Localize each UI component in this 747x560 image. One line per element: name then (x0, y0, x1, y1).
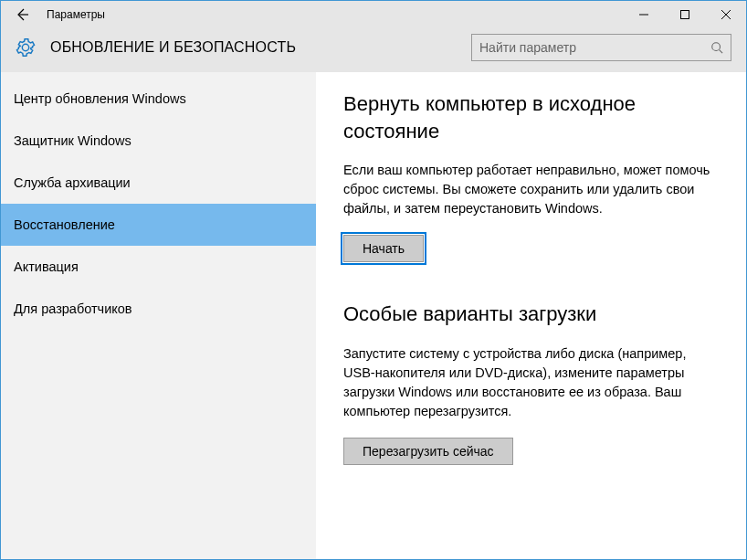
section-heading: Особые варианты загрузки (343, 301, 719, 328)
sidebar-item-backup[interactable]: Служба архивации (1, 162, 316, 204)
sidebar-item-recovery[interactable]: Восстановление (1, 204, 316, 246)
window-controls (623, 1, 746, 28)
section-reset: Вернуть компьютер в исходное состояние Е… (343, 90, 719, 262)
svg-line-5 (720, 50, 723, 54)
sidebar-item-windows-update[interactable]: Центр обновления Windows (1, 78, 316, 120)
sidebar-item-label: Восстановление (14, 217, 115, 232)
settings-window: Параметры ОБНОВЛЕНИЕ И БЕЗОПАСНОСТЬ (0, 0, 747, 560)
search-input[interactable] (479, 40, 710, 55)
sidebar-item-developers[interactable]: Для разработчиков (1, 288, 316, 330)
search-box[interactable] (471, 34, 731, 61)
sidebar-item-label: Центр обновления Windows (14, 91, 186, 106)
section-heading: Вернуть компьютер в исходное состояние (343, 90, 719, 144)
svg-rect-1 (680, 11, 689, 19)
sidebar-item-label: Для разработчиков (14, 301, 132, 316)
content: Вернуть компьютер в исходное состояние Е… (316, 72, 746, 559)
section-text: Запустите систему с устройства либо диск… (343, 344, 719, 421)
gear-icon (16, 37, 36, 58)
maximize-icon (680, 10, 689, 19)
restart-now-button[interactable]: Перезагрузить сейчас (343, 438, 513, 465)
window-title: Параметры (47, 8, 105, 21)
titlebar: Параметры (1, 1, 746, 28)
sidebar-item-activation[interactable]: Активация (1, 246, 316, 288)
header: ОБНОВЛЕНИЕ И БЕЗОПАСНОСТЬ (1, 28, 746, 72)
minimize-icon (639, 10, 648, 19)
arrow-left-icon (15, 7, 29, 22)
header-title: ОБНОВЛЕНИЕ И БЕЗОПАСНОСТЬ (50, 39, 296, 56)
search-icon (710, 41, 723, 54)
sidebar: Центр обновления Windows Защитник Window… (1, 72, 316, 559)
start-button[interactable]: Начать (343, 235, 424, 262)
svg-point-4 (712, 43, 721, 51)
minimize-button[interactable] (623, 1, 664, 28)
sidebar-item-label: Защитник Windows (14, 133, 132, 148)
close-icon (721, 10, 731, 19)
back-button[interactable] (8, 1, 36, 28)
section-text: Если ваш компьютер работает неправильно,… (343, 161, 719, 218)
section-advanced-startup: Особые варианты загрузки Запустите систе… (343, 301, 719, 465)
body: Центр обновления Windows Защитник Window… (1, 72, 746, 559)
close-button[interactable] (705, 1, 746, 28)
sidebar-item-label: Служба архивации (14, 175, 131, 190)
sidebar-item-defender[interactable]: Защитник Windows (1, 120, 316, 162)
maximize-button[interactable] (664, 1, 705, 28)
sidebar-item-label: Активация (14, 259, 79, 274)
